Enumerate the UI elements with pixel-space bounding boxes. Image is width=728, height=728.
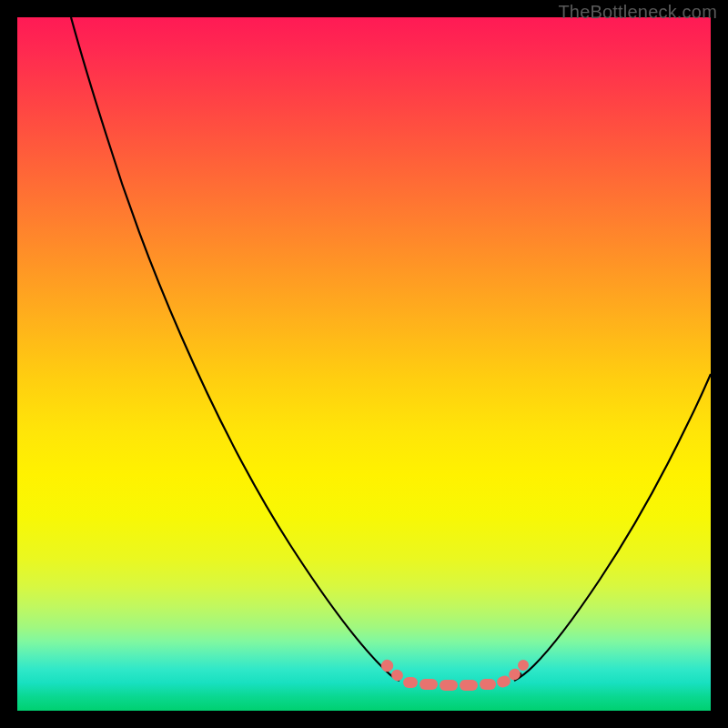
chart-container: TheBottleneck.com: [0, 0, 728, 728]
highlight-seg: [480, 679, 496, 690]
highlight-seg: [420, 679, 438, 690]
curve-layer: [17, 17, 711, 711]
curve-right: [514, 374, 711, 681]
curve-left: [71, 17, 399, 681]
highlight-seg: [460, 680, 478, 691]
plot-area: [17, 17, 711, 711]
highlight-seg: [440, 680, 458, 691]
highlight-seg: [403, 677, 418, 688]
watermark-text: TheBottleneck.com: [558, 2, 717, 23]
